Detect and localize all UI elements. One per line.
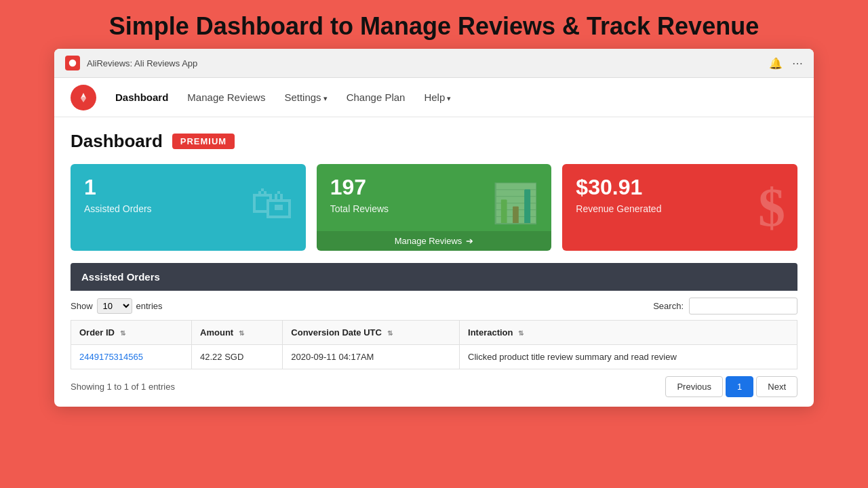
bell-icon[interactable]: 🔔 (769, 57, 783, 70)
sort-icon-amount: ⇅ (239, 329, 244, 337)
col-order-id[interactable]: Order ID ⇅ (71, 321, 192, 345)
sort-icon-interaction: ⇅ (518, 329, 524, 337)
showing-text: Showing 1 to 1 of 1 entries (71, 382, 175, 392)
nav-item-manage-reviews[interactable]: Manage Reviews (187, 89, 265, 106)
page-1-button[interactable]: 1 (726, 376, 753, 397)
dollar-icon: $ (758, 180, 785, 235)
stat-card-revenue: $30.91 Revenue Generated $ (562, 164, 797, 251)
navbar: Dashboard Manage Reviews Settings Change… (54, 78, 814, 117)
stat-card-total-reviews: 197 Total Reviews 📊 Manage Reviews ➔ (317, 164, 552, 251)
table-footer: Showing 1 to 1 of 1 entries Previous 1 N… (71, 369, 797, 397)
premium-badge: PREMIUM (172, 134, 235, 149)
entries-suffix: entries (136, 301, 163, 311)
next-button[interactable]: Next (756, 376, 797, 397)
navbar-logo (71, 85, 96, 110)
conversion-date-cell: 2020-09-11 04:17AM (283, 345, 460, 369)
table-header-bar: Assisted Orders (71, 263, 797, 291)
dashboard-heading: Dashboard (71, 131, 163, 152)
more-icon[interactable]: ⋯ (792, 57, 803, 70)
show-label: Show (71, 301, 93, 311)
col-amount[interactable]: Amount ⇅ (192, 321, 283, 345)
sort-icon-conversion-date: ⇅ (387, 329, 393, 337)
nav-item-help[interactable]: Help (424, 89, 451, 106)
col-conversion-date[interactable]: Conversion Date UTC ⇅ (283, 321, 460, 345)
stat-card-assisted-orders: 1 Assisted Orders 🛍 (71, 164, 306, 251)
main-content: Dashboard PREMIUM 1 Assisted Orders 🛍 19… (54, 117, 814, 407)
pagination: Previous 1 Next (665, 376, 797, 397)
order-id-cell[interactable]: 2449175314565 (71, 345, 192, 369)
svg-point-0 (69, 60, 77, 67)
table-section: Assisted Orders Show 10 25 50 100 entrie… (71, 263, 797, 397)
manage-reviews-link[interactable]: Manage Reviews ➔ (317, 231, 552, 251)
sort-icon-order-id: ⇅ (120, 329, 125, 337)
shopping-bag-icon: 🛍 (250, 182, 294, 225)
amount-cell: 42.22 SGD (192, 345, 283, 369)
app-icon (65, 56, 80, 70)
nav-item-change-plan[interactable]: Change Plan (347, 89, 406, 106)
col-interaction[interactable]: Interaction ⇅ (460, 321, 797, 345)
page-title: Simple Dashboard to Manage Reviews & Tra… (0, 0, 868, 49)
nav-item-settings[interactable]: Settings (284, 89, 327, 106)
browser-title: AliReviews: Ali Reviews App (87, 58, 197, 68)
revenue-label: Revenue Generated (576, 203, 784, 214)
browser-bar: AliReviews: Ali Reviews App 🔔 ⋯ (54, 49, 814, 78)
data-table: Order ID ⇅ Amount ⇅ Conversion Date UTC … (71, 320, 797, 369)
chart-icon: 📊 (492, 184, 539, 222)
search-label: Search: (653, 301, 684, 311)
dashboard-header: Dashboard PREMIUM (71, 131, 797, 152)
previous-button[interactable]: Previous (665, 376, 723, 397)
search-input[interactable] (689, 298, 797, 314)
interaction-cell: Clicked product title review summary and… (460, 345, 797, 369)
show-entries: Show 10 25 50 100 entries (71, 298, 163, 314)
revenue-number: $30.91 (576, 176, 784, 198)
table-controls: Show 10 25 50 100 entries Search: (71, 291, 797, 320)
table-row: 2449175314565 42.22 SGD 2020-09-11 04:17… (71, 345, 797, 369)
stat-cards: 1 Assisted Orders 🛍 197 Total Reviews 📊 … (71, 164, 797, 251)
search-bar: Search: (653, 298, 797, 314)
browser-window: AliReviews: Ali Reviews App 🔔 ⋯ Dashboar… (54, 49, 814, 407)
nav-item-dashboard[interactable]: Dashboard (115, 89, 168, 106)
entries-select[interactable]: 10 25 50 100 (97, 298, 132, 314)
